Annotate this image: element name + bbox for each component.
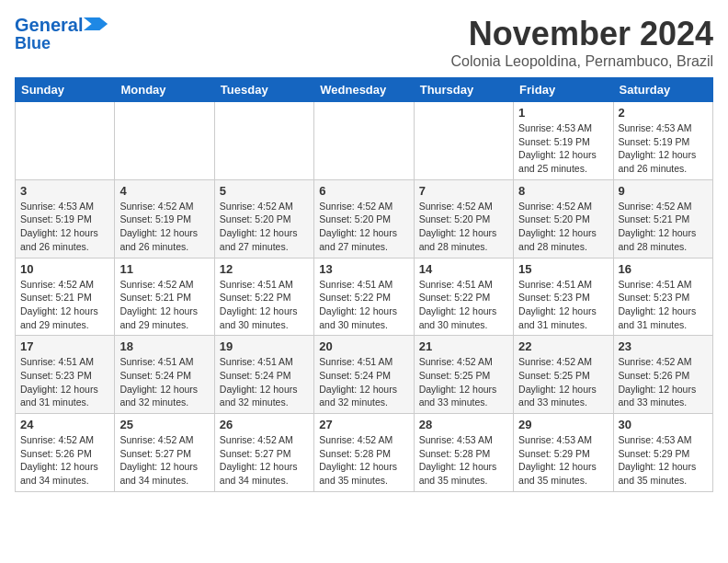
- calendar-cell: 10Sunrise: 4:52 AM Sunset: 5:21 PM Dayli…: [16, 258, 115, 336]
- calendar-cell: [16, 102, 115, 180]
- day-number: 19: [220, 339, 309, 353]
- calendar-cell: 28Sunrise: 4:53 AM Sunset: 5:28 PM Dayli…: [414, 414, 513, 492]
- logo-icon: [83, 17, 108, 30]
- calendar-week-1: 1Sunrise: 4:53 AM Sunset: 5:19 PM Daylig…: [16, 102, 713, 180]
- calendar-cell: 26Sunrise: 4:52 AM Sunset: 5:27 PM Dayli…: [214, 414, 313, 492]
- logo-text: General: [15, 15, 83, 35]
- calendar-week-4: 17Sunrise: 4:51 AM Sunset: 5:23 PM Dayli…: [16, 336, 713, 414]
- day-info: Sunrise: 4:52 AM Sunset: 5:21 PM Dayligh…: [619, 200, 708, 254]
- day-number: 20: [319, 339, 408, 353]
- day-info: Sunrise: 4:53 AM Sunset: 5:19 PM Dayligh…: [619, 121, 708, 176]
- calendar-week-3: 10Sunrise: 4:52 AM Sunset: 5:21 PM Dayli…: [16, 258, 713, 336]
- calendar-week-5: 24Sunrise: 4:52 AM Sunset: 5:26 PM Dayli…: [16, 414, 713, 492]
- calendar-cell: 2Sunrise: 4:53 AM Sunset: 5:19 PM Daylig…: [613, 102, 712, 180]
- day-info: Sunrise: 4:51 AM Sunset: 5:22 PM Dayligh…: [319, 278, 408, 332]
- day-number: 9: [619, 184, 708, 198]
- calendar-cell: 29Sunrise: 4:53 AM Sunset: 5:29 PM Dayli…: [514, 414, 613, 492]
- calendar-cell: 20Sunrise: 4:51 AM Sunset: 5:24 PM Dayli…: [314, 336, 414, 414]
- day-number: 12: [220, 262, 309, 276]
- day-number: 21: [419, 339, 508, 353]
- calendar-cell: 14Sunrise: 4:51 AM Sunset: 5:22 PM Dayli…: [414, 258, 513, 336]
- day-number: 18: [119, 339, 209, 353]
- day-number: 1: [518, 106, 608, 120]
- logo: General Blue: [15, 15, 108, 53]
- calendar-cell: 23Sunrise: 4:52 AM Sunset: 5:26 PM Dayli…: [613, 336, 712, 414]
- day-number: 3: [20, 184, 109, 198]
- calendar-cell: 18Sunrise: 4:51 AM Sunset: 5:24 PM Dayli…: [115, 336, 214, 414]
- calendar-cell: [414, 102, 513, 180]
- day-info: Sunrise: 4:52 AM Sunset: 5:21 PM Dayligh…: [20, 278, 109, 332]
- calendar-cell: 15Sunrise: 4:51 AM Sunset: 5:23 PM Dayli…: [514, 258, 613, 336]
- day-info: Sunrise: 4:52 AM Sunset: 5:20 PM Dayligh…: [220, 200, 309, 254]
- weekday-header-thursday: Thursday: [414, 78, 513, 102]
- day-number: 23: [619, 339, 708, 353]
- day-number: 29: [518, 418, 608, 431]
- day-number: 22: [518, 339, 608, 353]
- calendar-cell: 11Sunrise: 4:52 AM Sunset: 5:21 PM Dayli…: [115, 258, 214, 336]
- day-info: Sunrise: 4:52 AM Sunset: 5:21 PM Dayligh…: [119, 278, 209, 332]
- calendar-cell: 4Sunrise: 4:52 AM Sunset: 5:19 PM Daylig…: [115, 179, 214, 258]
- calendar-cell: 25Sunrise: 4:52 AM Sunset: 5:27 PM Dayli…: [115, 414, 214, 492]
- calendar-cell: 7Sunrise: 4:52 AM Sunset: 5:20 PM Daylig…: [414, 179, 513, 258]
- calendar-cell: 24Sunrise: 4:52 AM Sunset: 5:26 PM Dayli…: [16, 414, 115, 492]
- weekday-header-row: SundayMondayTuesdayWednesdayThursdayFrid…: [16, 78, 713, 102]
- day-number: 13: [319, 262, 408, 276]
- weekday-header-friday: Friday: [514, 78, 613, 102]
- day-number: 11: [119, 262, 209, 276]
- day-number: 14: [419, 262, 508, 276]
- calendar-cell: 8Sunrise: 4:52 AM Sunset: 5:20 PM Daylig…: [514, 179, 613, 258]
- day-number: 10: [20, 262, 109, 276]
- day-info: Sunrise: 4:52 AM Sunset: 5:26 PM Dayligh…: [619, 355, 708, 409]
- calendar-cell: 27Sunrise: 4:52 AM Sunset: 5:28 PM Dayli…: [314, 414, 414, 492]
- day-info: Sunrise: 4:51 AM Sunset: 5:23 PM Dayligh…: [20, 355, 109, 409]
- day-info: Sunrise: 4:51 AM Sunset: 5:24 PM Dayligh…: [220, 355, 309, 409]
- calendar-cell: 22Sunrise: 4:52 AM Sunset: 5:25 PM Dayli…: [514, 336, 613, 414]
- day-number: 17: [20, 339, 109, 353]
- calendar-cell: 30Sunrise: 4:53 AM Sunset: 5:29 PM Dayli…: [613, 414, 712, 492]
- day-info: Sunrise: 4:52 AM Sunset: 5:25 PM Dayligh…: [419, 355, 508, 409]
- calendar-cell: 13Sunrise: 4:51 AM Sunset: 5:22 PM Dayli…: [314, 258, 414, 336]
- calendar-cell: [115, 102, 214, 180]
- day-info: Sunrise: 4:53 AM Sunset: 5:19 PM Dayligh…: [518, 121, 608, 176]
- day-number: 8: [518, 184, 608, 198]
- calendar-cell: 21Sunrise: 4:52 AM Sunset: 5:25 PM Dayli…: [414, 336, 513, 414]
- day-info: Sunrise: 4:52 AM Sunset: 5:20 PM Dayligh…: [319, 200, 408, 254]
- location-title: Colonia Leopoldina, Pernambuco, Brazil: [450, 53, 713, 70]
- day-info: Sunrise: 4:51 AM Sunset: 5:24 PM Dayligh…: [119, 355, 209, 409]
- day-number: 24: [20, 418, 109, 431]
- day-info: Sunrise: 4:52 AM Sunset: 5:19 PM Dayligh…: [119, 200, 209, 254]
- calendar-cell: [214, 102, 313, 180]
- day-number: 5: [220, 184, 309, 198]
- day-number: 4: [119, 184, 209, 198]
- day-info: Sunrise: 4:51 AM Sunset: 5:23 PM Dayligh…: [518, 278, 608, 332]
- svg-marker-0: [84, 17, 108, 30]
- calendar-cell: 19Sunrise: 4:51 AM Sunset: 5:24 PM Dayli…: [214, 336, 313, 414]
- day-number: 26: [220, 418, 309, 431]
- day-info: Sunrise: 4:52 AM Sunset: 5:28 PM Dayligh…: [319, 433, 408, 488]
- weekday-header-monday: Monday: [115, 78, 214, 102]
- calendar-table: SundayMondayTuesdayWednesdayThursdayFrid…: [15, 77, 713, 492]
- day-info: Sunrise: 4:51 AM Sunset: 5:22 PM Dayligh…: [419, 278, 508, 332]
- day-info: Sunrise: 4:51 AM Sunset: 5:24 PM Dayligh…: [319, 355, 408, 409]
- weekday-header-tuesday: Tuesday: [214, 78, 313, 102]
- day-info: Sunrise: 4:52 AM Sunset: 5:27 PM Dayligh…: [220, 433, 309, 488]
- day-info: Sunrise: 4:52 AM Sunset: 5:27 PM Dayligh…: [119, 433, 209, 488]
- month-title: November 2024: [450, 15, 713, 53]
- calendar-cell: 1Sunrise: 4:53 AM Sunset: 5:19 PM Daylig…: [514, 102, 613, 180]
- weekday-header-sunday: Sunday: [16, 78, 115, 102]
- day-number: 27: [319, 418, 408, 431]
- weekday-header-saturday: Saturday: [613, 78, 712, 102]
- day-info: Sunrise: 4:53 AM Sunset: 5:28 PM Dayligh…: [419, 433, 508, 488]
- page-header: General Blue November 2024 Colonia Leopo…: [15, 15, 713, 70]
- day-info: Sunrise: 4:51 AM Sunset: 5:22 PM Dayligh…: [220, 278, 309, 332]
- day-info: Sunrise: 4:52 AM Sunset: 5:20 PM Dayligh…: [518, 200, 608, 254]
- calendar-cell: 3Sunrise: 4:53 AM Sunset: 5:19 PM Daylig…: [16, 179, 115, 258]
- calendar-cell: 5Sunrise: 4:52 AM Sunset: 5:20 PM Daylig…: [214, 179, 313, 258]
- day-info: Sunrise: 4:53 AM Sunset: 5:29 PM Dayligh…: [619, 433, 708, 488]
- day-number: 7: [419, 184, 508, 198]
- day-number: 15: [518, 262, 608, 276]
- day-number: 28: [419, 418, 508, 431]
- day-info: Sunrise: 4:52 AM Sunset: 5:26 PM Dayligh…: [20, 433, 109, 488]
- day-number: 2: [619, 106, 708, 120]
- weekday-header-wednesday: Wednesday: [314, 78, 414, 102]
